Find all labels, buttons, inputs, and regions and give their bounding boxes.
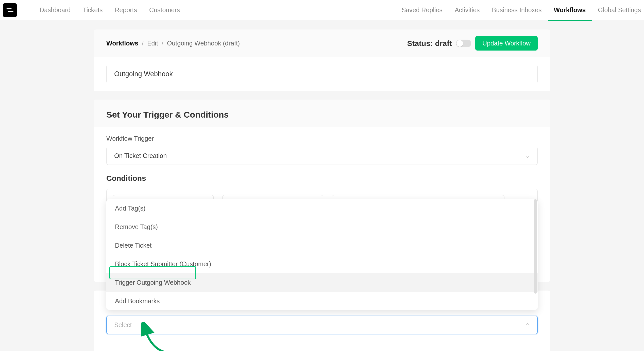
workflow-trigger-select[interactable]: On Ticket Creation ⌄ (106, 147, 538, 165)
dropdown-item-remove-tags[interactable]: Remove Tag(s) (106, 218, 538, 236)
dropdown-item-block-submitter[interactable]: Block Ticket Submitter (Customer) (106, 255, 538, 273)
dropdown-item-delete-ticket[interactable]: Delete Ticket (106, 236, 538, 255)
action-type-select[interactable]: Select ⌄ (106, 316, 538, 334)
actions-card: Add Tag(s) Remove Tag(s) Delete Ticket B… (94, 291, 550, 351)
workflow-trigger-value: On Ticket Creation (114, 152, 167, 159)
breadcrumb-sep: / (162, 40, 163, 47)
nav-global-settings[interactable]: Global Settings (598, 6, 641, 21)
page-header: Workflows / Edit / Outgoing Webhook (dra… (94, 29, 550, 57)
action-select-placeholder: Select (114, 321, 132, 329)
breadcrumb: Workflows / Edit / Outgoing Webhook (dra… (106, 40, 240, 47)
status-toggle[interactable] (456, 40, 471, 47)
nav-business-inboxes[interactable]: Business Inboxes (492, 6, 542, 21)
nav-saved-replies[interactable]: Saved Replies (402, 6, 443, 21)
nav-activities[interactable]: Activities (455, 6, 480, 21)
nav-dashboard[interactable]: Dashboard (40, 6, 71, 14)
top-navbar: Dashboard Tickets Reports Customers Save… (0, 0, 644, 20)
breadcrumb-edit[interactable]: Edit (147, 40, 158, 47)
dropdown-item-trigger-webhook[interactable]: Trigger Outgoing Webhook (106, 273, 538, 292)
toggle-knob (456, 40, 463, 47)
status-label: Status: draft (407, 39, 452, 48)
update-workflow-button[interactable]: Update Workflow (475, 36, 538, 51)
page-content: Workflows / Edit / Outgoing Webhook (dra… (94, 20, 550, 351)
nav-reports[interactable]: Reports (115, 6, 137, 14)
chevron-down-icon: ⌄ (525, 153, 530, 159)
nav-customers[interactable]: Customers (149, 6, 180, 14)
nav-left: Dashboard Tickets Reports Customers (40, 6, 180, 14)
trigger-card-title: Set Your Trigger & Conditions (94, 100, 550, 127)
workflow-name-row (94, 57, 550, 91)
nav-tickets[interactable]: Tickets (83, 6, 103, 14)
chevron-up-icon: ⌄ (525, 322, 530, 328)
conditions-title: Conditions (106, 174, 538, 183)
breadcrumb-workflows[interactable]: Workflows (106, 40, 138, 47)
workflow-name-input[interactable] (106, 65, 538, 83)
breadcrumb-sep: / (142, 40, 144, 47)
dropdown-scrollbar[interactable] (534, 199, 537, 294)
action-dropdown: Add Tag(s) Remove Tag(s) Delete Ticket B… (106, 199, 538, 310)
dropdown-item-add-tags[interactable]: Add Tag(s) (106, 199, 538, 218)
app-logo (3, 3, 17, 17)
dropdown-item-add-bookmarks[interactable]: Add Bookmarks (106, 292, 538, 310)
header-actions: Status: draft Update Workflow (407, 36, 538, 51)
nav-right: Saved Replies Activities Business Inboxe… (402, 6, 641, 14)
breadcrumb-current: Outgoing Webhook (draft) (167, 40, 240, 47)
nav-workflows[interactable]: Workflows (554, 6, 586, 21)
workflow-trigger-label: Workflow Trigger (106, 135, 538, 142)
